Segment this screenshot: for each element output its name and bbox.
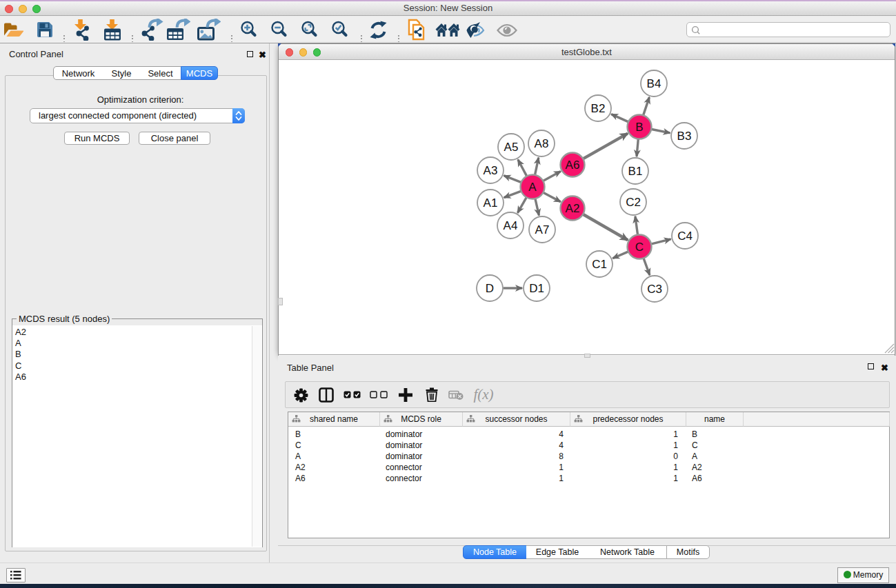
svg-text:B4: B4 bbox=[647, 77, 661, 90]
svg-text:C3: C3 bbox=[647, 283, 662, 296]
svg-text:A8: A8 bbox=[535, 137, 549, 150]
svg-text:A2: A2 bbox=[566, 202, 580, 215]
svg-text:A6: A6 bbox=[566, 159, 580, 172]
svg-text:C: C bbox=[635, 241, 644, 254]
svg-text:B2: B2 bbox=[591, 102, 606, 115]
svg-text:D1: D1 bbox=[529, 282, 544, 295]
svg-text:B1: B1 bbox=[628, 165, 643, 178]
svg-text:A5: A5 bbox=[504, 141, 519, 154]
svg-text:B3: B3 bbox=[677, 130, 692, 143]
svg-text:B: B bbox=[635, 121, 643, 134]
svg-text:C1: C1 bbox=[592, 258, 607, 271]
svg-text:C4: C4 bbox=[677, 230, 693, 243]
svg-text:A: A bbox=[528, 181, 537, 194]
svg-text:A7: A7 bbox=[535, 223, 550, 236]
svg-text:A4: A4 bbox=[504, 219, 518, 232]
svg-text:A1: A1 bbox=[484, 196, 498, 210]
svg-text:f(x): f(x) bbox=[473, 387, 493, 403]
svg-text:D: D bbox=[486, 282, 494, 295]
svg-text:A3: A3 bbox=[484, 164, 498, 177]
svg-text:C2: C2 bbox=[626, 196, 641, 209]
